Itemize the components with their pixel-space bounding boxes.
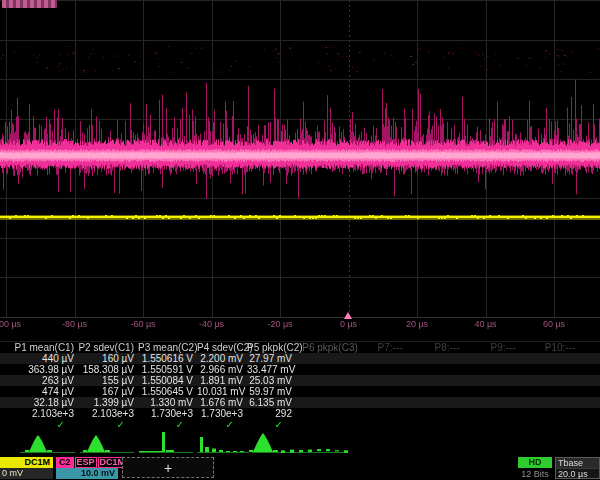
measure-value: 1.330 mV: [138, 397, 197, 408]
measure-value: 2.103e+3: [0, 408, 78, 419]
measure-value: 2.200 mV: [197, 353, 247, 364]
measure-header-row: P1 mean(C1)P2 sdev(C1)P3 mean(C2)P4 sdev…: [0, 342, 600, 353]
measure-value: 32.18 µV: [0, 397, 78, 408]
measure-body: 440 µV160 µV1.550616 V2.200 mV27.97 mV36…: [0, 353, 600, 419]
measure-status-row: ✓✓✓✓✓: [0, 419, 600, 430]
measure-row: 440 µV160 µV1.550616 V2.200 mV27.97 mV: [0, 353, 600, 364]
measure-value: 1.730e+3: [197, 408, 247, 419]
measure-status-check-icon: ✓: [0, 419, 78, 430]
measure-param-header-inactive[interactable]: P8:---: [435, 342, 460, 353]
timebase-descriptor[interactable]: Tbase 20.0 µs: [555, 457, 600, 479]
c2-channel-label[interactable]: C2: [56, 457, 74, 468]
c1-coupling-badge[interactable]: DC1M: [0, 457, 53, 468]
timebase-title: Tbase: [556, 458, 599, 469]
measure-param-header[interactable]: P4 sdev(C2): [197, 342, 247, 353]
measure-value: 1.550645 V: [138, 386, 197, 397]
time-tick-label: 0 µs: [340, 319, 357, 329]
measure-value: 2.966 mV: [197, 364, 247, 375]
measure-value: 2.103e+3: [78, 408, 138, 419]
measure-value: 160 µV: [78, 353, 138, 364]
timebase-value: 20.0 µs: [556, 469, 599, 479]
measure-value: 6.135 mV: [247, 397, 296, 408]
time-tick-label: -60 µs: [130, 319, 155, 329]
measure-param-header[interactable]: P2 sdev(C1): [78, 342, 138, 353]
measure-value: 25.03 mV: [247, 375, 296, 386]
measure-value: 263 µV: [0, 375, 78, 386]
hd-mode-badge[interactable]: HD: [518, 457, 552, 468]
measure-value: 1.550084 V: [138, 375, 197, 386]
measure-value: 27.97 mV: [247, 353, 296, 364]
time-tick-label: -40 µs: [199, 319, 224, 329]
measure-row: 32.18 µV1.399 µV1.330 mV1.676 mV6.135 mV: [0, 397, 600, 408]
measure-value: 1.550616 V: [138, 353, 197, 364]
cropped-toolbar-badge: [2, 0, 57, 8]
hd-bits-label: 12 Bits: [514, 469, 556, 480]
measure-value: 1.550591 V: [138, 364, 197, 375]
measure-value: 158.308 µV: [78, 364, 138, 375]
c1-scale-value[interactable]: 0 mV: [0, 468, 53, 479]
c2-scale-value[interactable]: 10.0 mV: [56, 468, 118, 479]
measure-param-header-inactive[interactable]: P10:---: [545, 342, 576, 353]
measure-param-header-inactive[interactable]: P6 pkpk(C3): [302, 342, 358, 353]
oscilloscope-screen: -100 µs-80 µs-60 µs-40 µs-20 µs0 µs20 µs…: [0, 0, 600, 480]
measure-value: 440 µV: [0, 353, 78, 364]
measure-status-check-icon: ✓: [247, 419, 296, 430]
measure-param-header-inactive[interactable]: P7:---: [378, 342, 403, 353]
measurement-table: P1 mean(C1)P2 sdev(C1)P3 mean(C2)P4 sdev…: [0, 341, 600, 430]
measure-row: 474 µV167 µV1.550645 V10.031 mV59.97 mV: [0, 386, 600, 397]
measure-value: 59.97 mV: [247, 386, 296, 397]
measure-status-check-icon: ✓: [197, 419, 247, 430]
measure-value: 1.676 mV: [197, 397, 247, 408]
measure-value: 10.031 mV: [197, 386, 247, 397]
c2-flag-esp: ESP: [75, 457, 97, 468]
measure-value: 1.399 µV: [78, 397, 138, 408]
measure-status-check-icon: ✓: [138, 419, 197, 430]
measure-param-header[interactable]: P3 mean(C2): [138, 342, 197, 353]
c2-descriptor[interactable]: C2 ESP DC1M: [56, 457, 127, 468]
time-tick-label: 60 µs: [543, 319, 565, 329]
measure-value: 292: [247, 408, 296, 419]
time-tick-label: -20 µs: [267, 319, 292, 329]
measure-value: 363.98 µV: [0, 364, 78, 375]
measure-row: 263 µV155 µV1.550084 V1.891 mV25.03 mV: [0, 375, 600, 386]
measure-row: 2.103e+32.103e+31.730e+31.730e+3292: [0, 408, 600, 419]
measure-value: 474 µV: [0, 386, 78, 397]
measure-value: 167 µV: [78, 386, 138, 397]
time-tick-label: -100 µs: [0, 319, 21, 329]
measure-value: 1.730e+3: [138, 408, 197, 419]
measure-param-header[interactable]: P5 pkpk(C2): [247, 342, 296, 353]
add-trace-button[interactable]: +: [122, 457, 214, 478]
measure-row: 363.98 µV158.308 µV1.550591 V2.966 mV33.…: [0, 364, 600, 375]
measure-value: 33.477 mV: [247, 364, 296, 375]
measure-value: 155 µV: [78, 375, 138, 386]
measure-param-header[interactable]: P1 mean(C1): [0, 342, 78, 353]
measure-value: 1.891 mV: [197, 375, 247, 386]
measure-status-check-icon: ✓: [78, 419, 138, 430]
time-tick-label: 20 µs: [406, 319, 428, 329]
measure-param-header-inactive[interactable]: P9:---: [491, 342, 516, 353]
time-tick-label: 40 µs: [474, 319, 496, 329]
time-tick-label: -80 µs: [62, 319, 87, 329]
